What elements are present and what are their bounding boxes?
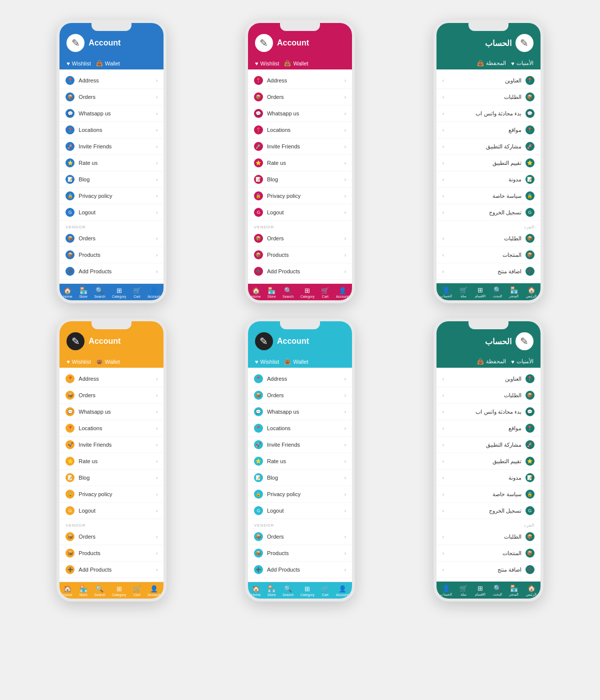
menu-item-0-0[interactable]: 📍 العناوين ‹ <box>436 371 540 387</box>
menu-item-0-4[interactable]: 🚀 Invite Friends › <box>248 138 352 155</box>
menu-item-1-2[interactable]: ➕ Add Products › <box>60 562 164 578</box>
menu-item-0-5[interactable]: ⭐ Rate us › <box>60 453 164 470</box>
menu-item-0-8[interactable]: G Logout › <box>60 204 164 221</box>
menu-item-0-6[interactable]: 📝 Blog › <box>248 171 352 188</box>
menu-item-1-2[interactable]: ➕ Add Products › <box>248 263 352 280</box>
menu-item-0-5[interactable]: ⭐ Rate us › <box>248 453 352 470</box>
menu-item-0-3[interactable]: 📍 Locations › <box>248 420 352 437</box>
tab-item-0[interactable]: ♥ Wishlist <box>66 358 90 365</box>
menu-item-1-0[interactable]: 📦 الطلبات ‹ <box>436 529 540 545</box>
menu-item-1-2[interactable]: ➕ Add Products › <box>60 263 164 280</box>
nav-item-1[interactable]: 🏪 Store <box>268 585 276 597</box>
menu-item-0-8[interactable]: G تسجيل الخروج ‹ <box>436 204 540 221</box>
menu-item-0-0[interactable]: 📍 Address › <box>248 72 352 89</box>
menu-item-0-2[interactable]: 💬 Whatsapp us › <box>248 105 352 122</box>
nav-item-1[interactable]: 🏪 Store <box>268 287 276 298</box>
nav-item-5[interactable]: 🏠 الرئيس <box>526 286 536 298</box>
nav-item-3[interactable]: ⊞ Category <box>300 287 314 298</box>
menu-item-0-5[interactable]: ⭐ تقييم التطبيق ‹ <box>436 453 540 470</box>
nav-item-0[interactable]: 👤 الحساب <box>440 286 452 298</box>
nav-item-3[interactable]: 🔍 البحث <box>493 286 502 298</box>
menu-item-0-6[interactable]: 📝 مدونة ‹ <box>436 470 540 486</box>
menu-item-0-1[interactable]: 📦 Orders › <box>60 89 164 105</box>
tab-item-0[interactable]: ♥ الأمنيات <box>511 60 534 66</box>
menu-item-0-2[interactable]: 💬 بدء محادثة واتس اب ‹ <box>436 105 540 122</box>
nav-item-1[interactable]: 🏪 Store <box>79 585 88 597</box>
nav-item-4[interactable]: 🛒 Cart <box>321 287 329 298</box>
menu-item-0-4[interactable]: 🚀 مشاركة التطبيق ‹ <box>436 437 540 453</box>
menu-item-1-1[interactable]: 📦 Products › <box>60 545 164 562</box>
menu-item-0-2[interactable]: 💬 بدء محادثة واتس اب ‹ <box>436 404 540 420</box>
menu-item-1-0[interactable]: 📦 الطلبات ‹ <box>436 230 540 247</box>
menu-item-0-7[interactable]: 🔒 Privacy policy › <box>60 486 164 503</box>
nav-item-3[interactable]: 🔍 البحث <box>493 585 502 597</box>
tab-item-0[interactable]: ♥ Wishlist <box>66 60 90 66</box>
menu-item-0-7[interactable]: 🔒 سياسة خاصة ‹ <box>436 188 540 204</box>
menu-item-0-0[interactable]: 📍 Address › <box>248 371 352 387</box>
menu-item-0-1[interactable]: 📦 Orders › <box>248 89 352 105</box>
tab-item-0[interactable]: ♥ الأمنيات <box>511 358 534 365</box>
menu-item-0-3[interactable]: 📍 Locations › <box>248 122 352 138</box>
menu-item-0-8[interactable]: G Logout › <box>60 503 164 519</box>
nav-item-5[interactable]: 👤 Account <box>148 585 160 597</box>
nav-item-4[interactable]: 🛒 Cart <box>133 585 141 597</box>
tab-item-1[interactable]: 👜 Wallet <box>96 60 120 66</box>
nav-item-0[interactable]: 👤 الحساب <box>440 585 452 597</box>
menu-item-0-5[interactable]: ⭐ Rate us › <box>248 155 352 171</box>
nav-item-2[interactable]: ⊞ الاقسام <box>475 286 486 298</box>
menu-item-1-2[interactable]: ➕ اضافة منتج ‹ <box>436 562 540 578</box>
nav-item-0[interactable]: 🏠 Home <box>63 287 72 298</box>
menu-item-1-1[interactable]: 📦 Products › <box>248 247 352 263</box>
nav-item-0[interactable]: 🏠 Home <box>252 585 261 597</box>
nav-item-4[interactable]: 🏪 المتجر <box>509 286 518 298</box>
menu-item-0-3[interactable]: 📍 Locations › <box>60 420 164 437</box>
menu-item-0-1[interactable]: 📦 الطلبات ‹ <box>436 387 540 404</box>
tab-item-1[interactable]: 👜 المحفظة <box>477 358 506 365</box>
menu-item-0-1[interactable]: 📦 Orders › <box>60 387 164 404</box>
menu-item-0-5[interactable]: ⭐ تقييم التطبيق ‹ <box>436 155 540 171</box>
menu-item-1-1[interactable]: 📦 Products › <box>248 545 352 562</box>
menu-item-0-4[interactable]: 🚀 Invite Friends › <box>248 437 352 453</box>
menu-item-0-0[interactable]: 📍 العناوين ‹ <box>436 72 540 89</box>
menu-item-0-8[interactable]: G تسجيل الخروج ‹ <box>436 503 540 519</box>
nav-item-5[interactable]: 👤 Account <box>148 287 160 298</box>
tab-item-0[interactable]: ♥ Wishlist <box>255 60 279 66</box>
menu-item-0-7[interactable]: 🔒 Privacy policy › <box>248 188 352 204</box>
menu-item-0-3[interactable]: 📍 مواقع ‹ <box>436 420 540 437</box>
menu-item-0-0[interactable]: 📍 Address › <box>60 371 164 387</box>
menu-item-0-1[interactable]: 📦 Orders › <box>248 387 352 404</box>
nav-item-3[interactable]: ⊞ Category <box>112 585 126 597</box>
menu-item-0-2[interactable]: 💬 Whatsapp us › <box>60 404 164 420</box>
menu-item-0-8[interactable]: G Logout › <box>248 503 352 519</box>
menu-item-0-6[interactable]: 📝 Blog › <box>60 171 164 188</box>
menu-item-0-2[interactable]: 💬 Whatsapp us › <box>248 404 352 420</box>
nav-item-2[interactable]: ⊞ الاقسام <box>475 585 486 597</box>
nav-item-2[interactable]: 🔍 Search <box>94 287 105 298</box>
menu-item-1-0[interactable]: 📦 Orders › <box>60 230 164 247</box>
nav-item-3[interactable]: ⊞ Category <box>300 585 314 597</box>
menu-item-0-6[interactable]: 📝 مدونة ‹ <box>436 171 540 188</box>
menu-item-0-6[interactable]: 📝 Blog › <box>60 470 164 486</box>
nav-item-4[interactable]: 🛒 Cart <box>321 585 329 597</box>
nav-item-5[interactable]: 👤 Account <box>336 585 348 597</box>
tab-item-1[interactable]: 👜 Wallet <box>284 60 308 66</box>
menu-item-0-4[interactable]: 🚀 Invite Friends › <box>60 138 164 155</box>
menu-item-1-1[interactable]: 📦 Products › <box>60 247 164 263</box>
nav-item-1[interactable]: 🛒 سلة <box>460 286 468 298</box>
menu-item-0-0[interactable]: 📍 Address › <box>60 72 164 89</box>
menu-item-1-1[interactable]: 📦 المنتجات ‹ <box>436 545 540 562</box>
menu-item-0-2[interactable]: 💬 Whatsapp us › <box>60 105 164 122</box>
menu-item-0-1[interactable]: 📦 الطلبات ‹ <box>436 89 540 105</box>
menu-item-0-7[interactable]: 🔒 سياسة خاصة ‹ <box>436 486 540 503</box>
nav-item-1[interactable]: 🛒 سلة <box>460 585 468 597</box>
nav-item-0[interactable]: 🏠 Home <box>63 585 72 597</box>
nav-item-5[interactable]: 👤 Account <box>336 287 348 298</box>
nav-item-1[interactable]: 🏪 Store <box>79 287 88 298</box>
nav-item-2[interactable]: 🔍 Search <box>282 287 294 298</box>
nav-item-2[interactable]: 🔍 Search <box>282 585 294 597</box>
nav-item-4[interactable]: 🛒 Cart <box>133 287 141 298</box>
menu-item-1-1[interactable]: 📦 المنتجات ‹ <box>436 247 540 263</box>
menu-item-0-3[interactable]: 📍 مواقع ‹ <box>436 122 540 138</box>
menu-item-0-6[interactable]: 📝 Blog › <box>248 470 352 486</box>
menu-item-0-8[interactable]: G Logout › <box>248 204 352 221</box>
